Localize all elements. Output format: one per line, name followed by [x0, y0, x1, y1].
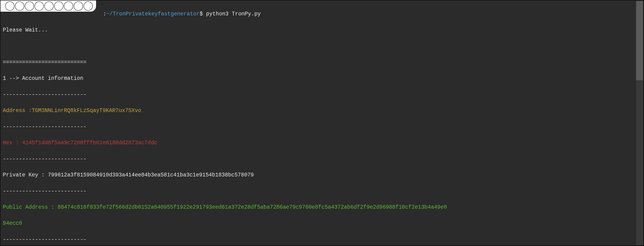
- prompt-colon: :: [103, 11, 106, 17]
- hex-value: 4145f1dd6f5aa9c7280fffb61e6180dd2873ac7d…: [22, 140, 158, 146]
- separator-equal: ==========================: [3, 58, 641, 67]
- terminal-output[interactable]: :~/TronPrivatekeyfastgenerator$ python3 …: [3, 2, 641, 246]
- command-text: python3 TronPy.py: [203, 11, 261, 17]
- address-value: TGM3NNLinrRQ8kFLzSqayT9KAR7ux7SXvo: [32, 108, 141, 114]
- scrollbar-track[interactable]: [636, 1, 643, 245]
- hex-label: Hex :: [3, 140, 22, 146]
- tab-circle-icon: [34, 2, 44, 11]
- tab-circle-icon: [25, 2, 34, 11]
- tab-circle-icon: [54, 2, 64, 11]
- private-key-line: Private Key : 799612a3f8159084910d393a41…: [3, 171, 641, 179]
- separator-dash: --------------------------: [3, 123, 641, 131]
- account-header: 1 --> Account information: [3, 75, 641, 83]
- private-key-label: Private Key :: [3, 172, 48, 178]
- separator-dash: --------------------------: [3, 155, 641, 163]
- public-address-value-1: 88474c816f833fe72f566d2db0152a640955f192…: [58, 204, 447, 210]
- public-address-label: Public Address :: [3, 204, 58, 210]
- separator-dash: --------------------------: [3, 187, 641, 195]
- browser-tabs-overlay: [0, 1, 96, 12]
- prompt-line: :~/TronPrivatekeyfastgenerator$ python3 …: [3, 10, 641, 18]
- tab-circle-icon: [84, 2, 93, 11]
- separator-dash: --------------------------: [3, 91, 641, 99]
- address-line: Address :TGM3NNLinrRQ8kFLzSqayT9KAR7ux7S…: [3, 107, 641, 115]
- separator-dash: --------------------------: [3, 235, 641, 244]
- prompt-dollar: $: [200, 11, 203, 17]
- public-address-line-2: 94ecc0: [3, 219, 641, 227]
- wait-message: Please Wait...: [3, 26, 641, 34]
- tab-circle-icon: [74, 2, 83, 11]
- tab-circle-icon: [15, 2, 24, 11]
- tab-circle-icon: [44, 2, 54, 11]
- scrollbar-thumb[interactable]: [636, 1, 643, 80]
- private-key-value: 799612a3f8159084910d393a414ee84b3ea581c4…: [48, 172, 254, 178]
- address-label: Address :: [3, 108, 32, 114]
- tab-circle-icon: [64, 2, 73, 11]
- tab-circle-icon: [5, 2, 14, 11]
- public-address-line-1: Public Address : 88474c816f833fe72f566d2…: [3, 203, 641, 211]
- hex-line: Hex : 4145f1dd6f5aa9c7280fffb61e6180dd28…: [3, 139, 641, 147]
- terminal-window: :~/TronPrivatekeyfastgenerator$ python3 …: [0, 0, 644, 246]
- prompt-path: ~/TronPrivatekeyfastgenerator: [106, 11, 200, 17]
